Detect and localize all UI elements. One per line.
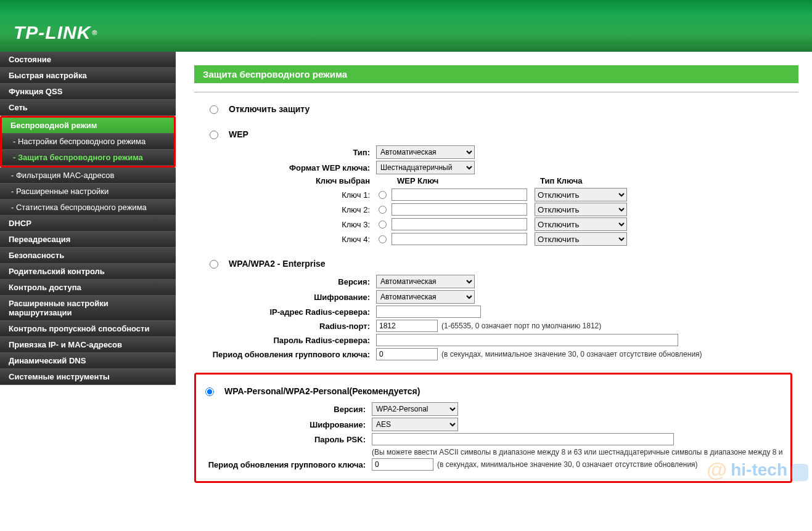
wep-key-type-select[interactable]: Отключить: [535, 203, 627, 216]
ent-pwd-label: Пароль Radius-сервера:: [207, 336, 376, 345]
ent-ver-select[interactable]: Автоматическая: [376, 275, 475, 288]
page-title: Защита беспроводного режима: [194, 65, 798, 83]
section-enterprise: WPA/WPA2 - Enterprise Версия:Автоматичес…: [207, 258, 812, 360]
wep-key-input[interactable]: [392, 203, 527, 216]
ent-gk-input[interactable]: [376, 348, 438, 360]
logo: TP-LINK®: [14, 22, 97, 43]
wep-format-label: Формат WEP ключа:: [207, 163, 376, 172]
nav-item[interactable]: Переадресация: [0, 232, 176, 248]
nav-sub[interactable]: - Статистика беспроводного режима: [0, 200, 176, 216]
nav-highlight-box: Беспроводной режим - Настройки беспровод…: [0, 116, 176, 168]
header: TP-LINK®: [0, 14, 812, 52]
nav-item[interactable]: DHCP: [0, 216, 176, 232]
wep-key-input[interactable]: [392, 233, 527, 245]
section-psk-highlight: WPA-Personal/WPA2-Personal(Рекомендуется…: [194, 373, 792, 483]
wep-key-type-select[interactable]: Отключить: [535, 188, 627, 201]
psk-pwd-hint: (Вы можете ввести ASCII символы в диапаз…: [372, 448, 782, 456]
nav-item[interactable]: Динамический DNS: [0, 353, 176, 369]
wep-col-type: Тип Ключа: [540, 176, 582, 185]
psk-enc-select[interactable]: AES: [372, 418, 458, 431]
wep-key-table: Ключ выбран WEP Ключ Тип Ключа Ключ 1:От…: [207, 176, 812, 246]
psk-ver-label: Версия:: [202, 405, 372, 414]
psk-gk-label: Период обновления группового ключа:: [202, 460, 372, 469]
wep-format-select[interactable]: Шестнадцатеричный: [376, 161, 475, 174]
nav-item[interactable]: Контроль доступа: [0, 280, 176, 296]
nav-item[interactable]: Состояние: [0, 52, 176, 68]
wep-key-radio[interactable]: [379, 235, 387, 243]
wep-key-input[interactable]: [392, 218, 527, 230]
wep-keysel-label: Ключ выбран: [207, 176, 376, 185]
watermark: @hi-tech: [707, 458, 808, 482]
wep-key-row: Ключ 3:Отключить: [207, 217, 812, 231]
watermark-text: hi-tech: [731, 460, 787, 480]
wep-key-radio[interactable]: [379, 221, 387, 229]
wep-col-key: WEP Ключ: [397, 176, 540, 185]
ent-port-input[interactable]: [376, 320, 438, 332]
wep-key-type-select[interactable]: Отключить: [535, 232, 627, 246]
nav-item[interactable]: Быстрая настройка: [0, 68, 176, 84]
wep-key-input[interactable]: [392, 188, 527, 201]
ent-ip-input[interactable]: [376, 306, 481, 318]
ent-gk-label: Период обновления группового ключа:: [207, 350, 376, 359]
radio-wep[interactable]: [210, 131, 218, 139]
wep-key-type-select[interactable]: Отключить: [535, 217, 627, 231]
nav-item[interactable]: Расширенные настройки маршрутизации: [0, 296, 176, 321]
sidebar: Состояние Быстрая настройка Функция QSS …: [0, 52, 176, 483]
radio-disable[interactable]: [210, 105, 218, 114]
radio-enterprise[interactable]: [210, 260, 218, 269]
section-wep: WEP Тип: Автоматическая Формат WEP ключа…: [207, 129, 812, 246]
nav-item[interactable]: Безопасность: [0, 248, 176, 264]
nav-item-wireless[interactable]: Беспроводной режим: [2, 118, 174, 134]
section-title-disable: Отключить защиту: [229, 104, 310, 114]
wep-type-label: Тип:: [207, 148, 376, 157]
header-accent: [0, 0, 812, 14]
nav-sub[interactable]: - Расширенные настройки: [0, 184, 176, 200]
ent-ver-label: Версия:: [207, 277, 376, 286]
wep-key-radio[interactable]: [379, 206, 387, 214]
nav-item[interactable]: Системные инструменты: [0, 369, 176, 385]
psk-pwd-label: Пароль PSK:: [202, 435, 372, 444]
nav-item[interactable]: Функция QSS: [0, 84, 176, 100]
wep-key-row: Ключ 1:Отключить: [207, 188, 812, 201]
nav-sub-security[interactable]: - Защита беспроводного режима: [2, 150, 174, 166]
nav-sub-settings[interactable]: - Настройки беспроводного режима: [2, 134, 174, 150]
nav-item[interactable]: Привязка IP- и MAC-адресов: [0, 337, 176, 353]
ent-ip-label: IP-адрес Radius-сервера:: [207, 307, 376, 317]
ent-enc-select[interactable]: Автоматическая: [376, 290, 475, 304]
wep-key-row: Ключ 4:Отключить: [207, 232, 812, 246]
nav-item[interactable]: Сеть: [0, 100, 176, 116]
nav-item[interactable]: Родительский контроль: [0, 264, 176, 280]
nav-sub[interactable]: - Фильтрация MAC-адресов: [0, 168, 176, 184]
section-title-psk: WPA-Personal/WPA2-Personal(Рекомендуется…: [224, 386, 420, 396]
psk-gk-input[interactable]: [372, 458, 433, 471]
nav-item[interactable]: Контроль пропускной способности: [0, 321, 176, 337]
radio-psk[interactable]: [205, 387, 214, 396]
psk-enc-label: Шифрование:: [202, 420, 372, 429]
wep-type-select[interactable]: Автоматическая: [376, 145, 475, 159]
psk-ver-select[interactable]: WPA2-Personal: [372, 402, 458, 416]
section-title-enterprise: WPA/WPA2 - Enterprise: [229, 259, 326, 269]
wep-key-row: Ключ 2:Отключить: [207, 203, 812, 216]
section-title-wep: WEP: [229, 129, 248, 139]
ent-port-label: Radius-порт:: [207, 322, 376, 331]
ent-port-hint: (1-65535, 0 означает порт по умолчанию 1…: [441, 322, 601, 330]
psk-pwd-input[interactable]: [372, 433, 674, 445]
section-disable: Отключить защиту: [207, 103, 812, 114]
content: Защита беспроводного режима Отключить за…: [176, 52, 812, 483]
ent-pwd-input[interactable]: [376, 334, 678, 346]
wep-key-radio[interactable]: [379, 191, 387, 199]
logo-text: TP-LINK: [14, 22, 91, 43]
psk-gk-hint: (в секундах, минимальное значение 30, 0 …: [437, 460, 698, 469]
divider: [194, 92, 798, 92]
ent-gk-hint: (в секундах, минимальное значение 30, 0 …: [441, 350, 702, 359]
ent-enc-label: Шифрование:: [207, 293, 376, 302]
